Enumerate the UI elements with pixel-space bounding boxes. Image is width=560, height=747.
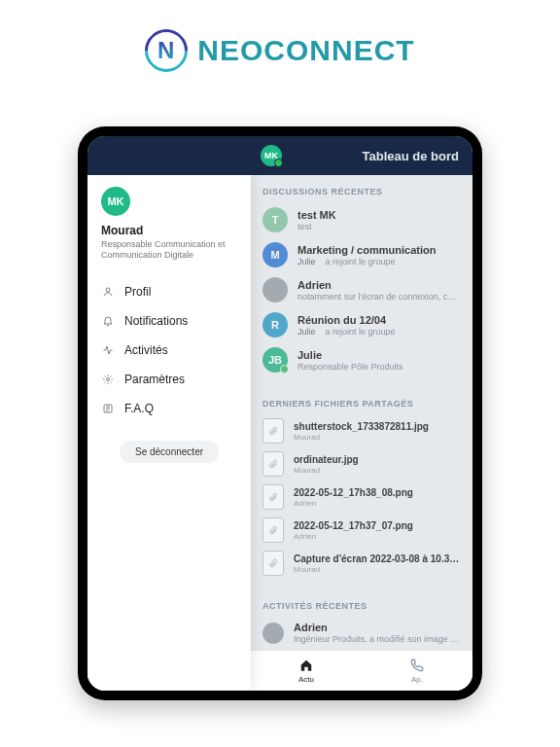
activity-icon xyxy=(101,344,115,356)
section-title-files: DERNIERS FICHIERS PARTAGÉS xyxy=(251,387,472,414)
section-title-discussions: DISCUSSIONS RÉCENTES xyxy=(251,175,472,202)
logout-button[interactable]: Se déconnecter xyxy=(120,441,219,463)
topbar-avatar[interactable]: MK xyxy=(261,145,282,166)
menu-label: Paramètres xyxy=(124,373,185,386)
file-name: ordinateur.jpg xyxy=(294,454,359,465)
bell-icon xyxy=(101,315,115,327)
page-title: Tableau de bord xyxy=(363,149,459,163)
side-drawer: MK Mourad Responsable Communication et C… xyxy=(88,175,251,691)
svg-point-1 xyxy=(107,377,110,380)
activity-title: Adrien xyxy=(294,622,461,633)
file-name: 2022-05-12_17h37_07.png xyxy=(294,520,413,531)
bottom-nav-home[interactable]: Actu xyxy=(251,651,362,691)
discussion-item[interactable]: M Marketing / communication Juliea rejoi… xyxy=(251,237,472,272)
bottom-nav: Actu Ap. xyxy=(251,650,472,691)
menu-item-parametres[interactable]: Paramètres xyxy=(88,365,251,394)
activity-item[interactable]: Adrien Ingénieur Produits, a modifié son… xyxy=(251,617,472,649)
discussion-subtitle: Responsable Pôle Produits xyxy=(298,362,461,372)
discussion-item[interactable]: T test MK test xyxy=(251,202,472,237)
drawer-profile-name: Mourad xyxy=(101,224,239,237)
file-icon xyxy=(262,551,284,576)
file-by: Adrien xyxy=(294,499,413,508)
file-name: shutterstock_1733872811.jpg xyxy=(294,421,429,432)
brand-header: N NEOCONNECT xyxy=(0,0,560,91)
menu-item-notifications[interactable]: Notifications xyxy=(88,306,251,336)
content-area: MK Mourad Responsable Communication et C… xyxy=(88,175,472,691)
menu-item-activites[interactable]: Activités xyxy=(88,336,251,365)
faq-icon xyxy=(101,403,115,414)
brand-name: NEOCONNECT xyxy=(197,34,414,67)
discussion-avatar xyxy=(262,277,288,302)
discussion-subtitle: test xyxy=(298,222,461,231)
discussion-avatar: M xyxy=(262,242,288,267)
bottom-nav-label: Actu xyxy=(298,675,314,684)
bottom-nav-phone[interactable]: Ap. xyxy=(362,651,472,691)
drawer-profile-role: Responsable Communication et Communicati… xyxy=(101,239,239,262)
discussion-item[interactable]: Adrien notamment sur l'écran de connexio… xyxy=(251,272,472,307)
drawer-menu: Profil Notifications Activités Paramètre… xyxy=(88,277,251,423)
file-icon xyxy=(262,451,284,477)
file-item[interactable]: shutterstock_1733872811.jpgMourad xyxy=(251,414,472,447)
discussion-item[interactable]: R Réunion du 12/04 Juliea rejoint le gro… xyxy=(251,307,472,342)
file-by: Mourad xyxy=(294,433,429,442)
section-title-activities: ACTIVITÉS RÉCENTES xyxy=(251,589,472,617)
screen: MK Tableau de bord MK Mourad Responsable… xyxy=(88,136,472,691)
file-name: Capture d'écran 2022-03-08 à 10.39.04.pn… xyxy=(294,553,461,564)
top-bar: MK Tableau de bord xyxy=(88,136,472,175)
menu-label: Notifications xyxy=(124,314,188,328)
home-icon xyxy=(299,658,313,674)
file-name: 2022-05-12_17h38_08.png xyxy=(294,487,413,498)
discussion-title: Adrien xyxy=(298,279,461,291)
tablet-frame: MK Tableau de bord MK Mourad Responsable… xyxy=(78,126,482,700)
file-icon xyxy=(262,517,284,543)
svg-point-0 xyxy=(106,288,110,292)
file-item[interactable]: 2022-05-12_17h37_07.pngAdrien xyxy=(251,514,472,547)
brand-logo-icon: N xyxy=(136,20,196,81)
discussion-subtitle: Juliea rejoint le groupe xyxy=(298,257,461,267)
discussion-title: Réunion du 12/04 xyxy=(298,314,461,326)
discussion-title: test MK xyxy=(298,209,461,221)
main-panel: DISCUSSIONS RÉCENTES T test MK test M Ma… xyxy=(251,175,472,650)
menu-item-faq[interactable]: F.A.Q xyxy=(88,394,251,423)
discussion-title: Marketing / communication xyxy=(298,244,461,256)
drawer-profile: MK Mourad Responsable Communication et C… xyxy=(88,175,251,271)
file-icon xyxy=(262,418,284,444)
file-by: Mourad xyxy=(294,466,359,475)
activity-subtitle: Ingénieur Produits, a modifié son image … xyxy=(294,634,461,644)
discussion-item[interactable]: JB Julie Responsable Pôle Produits xyxy=(251,342,472,377)
file-by: Mourad xyxy=(294,565,461,574)
user-icon xyxy=(101,286,115,298)
file-by: Adrien xyxy=(294,532,413,541)
gear-icon xyxy=(101,374,115,385)
menu-label: Activités xyxy=(124,343,168,357)
phone-icon xyxy=(410,658,424,674)
file-item[interactable]: 2022-05-12_17h38_08.pngAdrien xyxy=(251,480,472,514)
discussion-avatar: JB xyxy=(262,347,288,373)
discussion-avatar: R xyxy=(262,312,288,338)
drawer-avatar[interactable]: MK xyxy=(101,187,130,216)
discussion-title: Julie xyxy=(298,349,461,361)
file-item[interactable]: Capture d'écran 2022-03-08 à 10.39.04.pn… xyxy=(251,547,472,580)
discussion-subtitle: Juliea rejoint le groupe xyxy=(298,327,461,337)
discussion-avatar: T xyxy=(262,207,288,232)
file-item[interactable]: ordinateur.jpgMourad xyxy=(251,447,472,480)
menu-label: Profil xyxy=(124,285,151,299)
activity-avatar xyxy=(262,622,284,644)
menu-item-profil[interactable]: Profil xyxy=(88,277,251,306)
discussion-subtitle: notamment sur l'écran de connexion, coul… xyxy=(298,292,461,302)
menu-label: F.A.Q xyxy=(124,402,154,415)
file-icon xyxy=(262,484,284,510)
bottom-nav-label: Ap. xyxy=(411,675,423,684)
